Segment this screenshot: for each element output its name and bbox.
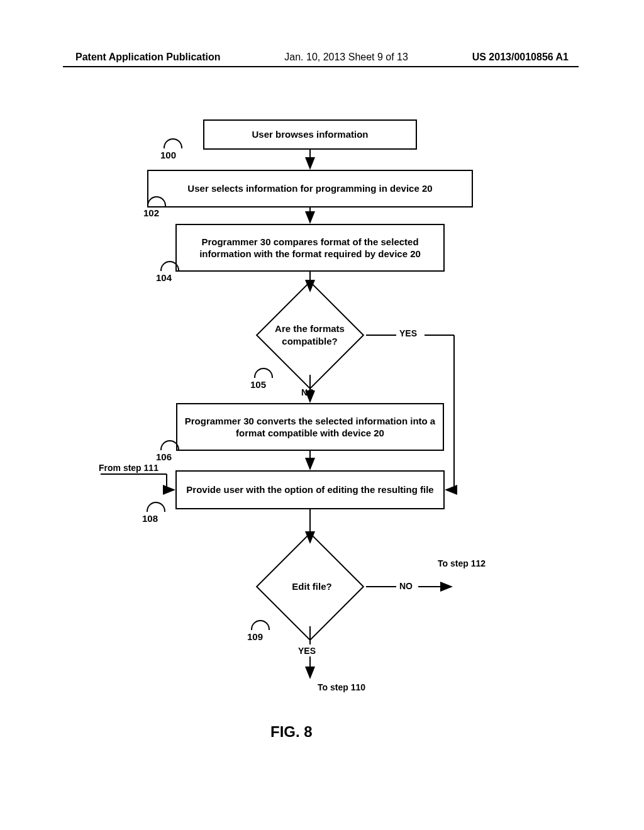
box-user-selects: User selects information for programming… [147, 170, 473, 208]
box-106-text: Programmer 30 converts the selected info… [184, 415, 436, 440]
box-100-text: User browses information [252, 128, 368, 141]
ref-102: 102 [143, 208, 159, 218]
ref-105: 105 [250, 379, 266, 390]
header-publication: Patent Application Publication [75, 52, 221, 63]
figure-caption: FIG. 8 [270, 723, 313, 741]
box-provide-edit-option: Provide user with the option of editing … [175, 470, 445, 509]
edge-no-1: NO [301, 387, 314, 397]
ref-arc-109 [251, 620, 270, 630]
edge-no-2: NO [399, 581, 413, 591]
header-patent-number: US 2013/0010856 A1 [472, 52, 569, 63]
edge-yes-1: YES [399, 328, 417, 338]
ref-arc-108 [147, 502, 165, 512]
box-programmer-compares: Programmer 30 compares format of the sel… [175, 224, 445, 272]
header-date-sheet: Jan. 10, 2013 Sheet 9 of 13 [284, 52, 408, 63]
ref-104: 104 [156, 272, 172, 283]
ref-109: 109 [247, 631, 263, 642]
box-programmer-converts: Programmer 30 converts the selected info… [176, 403, 444, 451]
box-102-text: User selects information for programming… [187, 182, 432, 195]
flowchart-arrows [0, 119, 644, 811]
ref-arc-100 [164, 138, 182, 148]
edge-from-step-111: From step 111 [99, 463, 158, 473]
diamond-105-text: Are the formats compatible? [270, 323, 349, 347]
ref-108: 108 [142, 513, 158, 524]
edge-to-step-112: To step 112 [438, 558, 486, 568]
ref-100: 100 [160, 150, 176, 160]
edge-to-step-110: To step 110 [318, 682, 365, 692]
box-user-browses: User browses information [203, 119, 417, 150]
box-108-text: Provide user with the option of editing … [186, 484, 433, 496]
header-divider [63, 66, 579, 67]
box-104-text: Programmer 30 compares format of the sel… [183, 236, 437, 260]
edge-yes-2: YES [298, 646, 316, 656]
ref-arc-105 [254, 368, 273, 378]
diamond-109-text: Edit file? [287, 580, 337, 593]
ref-106: 106 [156, 451, 172, 462]
